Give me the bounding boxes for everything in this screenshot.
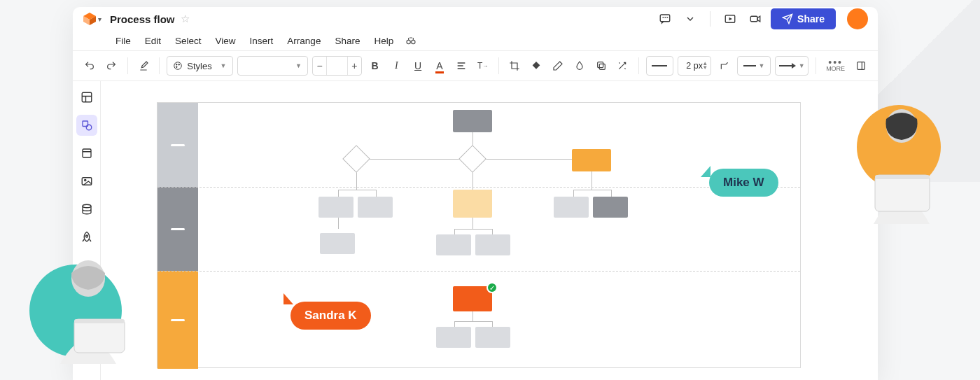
shape-process[interactable]: [593, 197, 628, 218]
svg-marker-20: [792, 63, 796, 69]
italic-button[interactable]: I: [388, 56, 405, 76]
star-icon[interactable]: ☆: [181, 13, 190, 25]
launch-panel-button[interactable]: [76, 227, 97, 248]
connector[interactable]: [592, 171, 592, 190]
shape-process[interactable]: [436, 234, 471, 255]
connector[interactable]: [454, 321, 455, 327]
menu-file[interactable]: File: [109, 34, 137, 48]
border-color-button[interactable]: [550, 56, 567, 76]
ellipsis-icon: •••: [828, 59, 843, 65]
shape-process[interactable]: [475, 234, 510, 255]
svg-rect-39: [875, 175, 930, 179]
shape-process-selected[interactable]: [453, 286, 492, 311]
divider: [710, 11, 710, 27]
canvas-area[interactable]: ✓ Sandra K Mike W: [101, 81, 878, 380]
arrow-start-dropdown[interactable]: ▼: [737, 56, 771, 76]
connector[interactable]: [611, 190, 612, 197]
text-style-button[interactable]: T→: [474, 56, 491, 76]
image-panel-button[interactable]: [76, 171, 97, 192]
app-logo[interactable]: ▾: [83, 12, 102, 26]
menu-edit[interactable]: Edit: [139, 34, 167, 48]
swimlane-header-3[interactable]: [158, 271, 198, 369]
share-button-label: Share: [797, 13, 825, 24]
connector[interactable]: [454, 229, 455, 234]
connector[interactable]: [338, 218, 339, 229]
menu-arrange[interactable]: Arrange: [281, 34, 327, 48]
undo-button[interactable]: [81, 56, 99, 76]
bold-button[interactable]: B: [366, 56, 384, 76]
menu-insert[interactable]: Insert: [244, 34, 280, 48]
magic-button[interactable]: [614, 56, 631, 76]
shape-decision[interactable]: [458, 145, 486, 173]
chevron-down-icon: ▼: [295, 62, 302, 69]
svg-point-9: [412, 40, 415, 43]
search-binoculars-icon[interactable]: [405, 35, 416, 46]
shape-process[interactable]: [436, 327, 471, 348]
menu-select[interactable]: Select: [169, 34, 208, 48]
menu-view[interactable]: View: [209, 34, 242, 48]
arrow-end-dropdown[interactable]: ▼: [775, 56, 808, 76]
menu-help[interactable]: Help: [368, 34, 400, 48]
data-panel-button[interactable]: [76, 199, 97, 220]
menubar: File Edit Select View Insert Arrange Sha…: [73, 31, 878, 50]
increase-button[interactable]: +: [348, 60, 361, 71]
swimlane-header-1[interactable]: [158, 103, 198, 187]
connector[interactable]: [492, 321, 493, 327]
shape-process[interactable]: [572, 149, 611, 171]
connector[interactable]: [454, 229, 492, 230]
connection-style-button[interactable]: [715, 56, 733, 76]
underline-button[interactable]: U: [410, 56, 427, 76]
decrease-button[interactable]: −: [313, 60, 326, 71]
connector[interactable]: [573, 190, 611, 190]
styles-dropdown[interactable]: Styles ▼: [167, 56, 232, 76]
shape-process[interactable]: [318, 197, 354, 218]
connector[interactable]: [472, 311, 473, 321]
font-color-button[interactable]: A: [431, 56, 449, 76]
history-chevron-icon[interactable]: [680, 9, 700, 29]
container-panel-button[interactable]: [76, 143, 97, 164]
connector[interactable]: [338, 190, 339, 197]
separator: [816, 57, 816, 74]
shape-process[interactable]: [554, 197, 589, 218]
more-button[interactable]: ••• MORE: [823, 59, 848, 72]
opacity-button[interactable]: [570, 56, 588, 76]
video-icon[interactable]: [746, 9, 765, 29]
effects-button[interactable]: [592, 56, 610, 76]
align-button[interactable]: [452, 56, 470, 76]
shape-process[interactable]: [358, 197, 393, 218]
present-icon[interactable]: [720, 9, 740, 29]
comment-icon[interactable]: [655, 9, 675, 29]
menu-share[interactable]: Share: [328, 34, 366, 48]
shape-process[interactable]: [453, 110, 492, 132]
connector[interactable]: [454, 321, 492, 322]
redo-button[interactable]: [103, 56, 120, 76]
avatar[interactable]: [847, 8, 868, 29]
crop-button[interactable]: [506, 56, 524, 76]
font-size-value[interactable]: [326, 57, 347, 75]
shape-process[interactable]: [475, 327, 510, 348]
font-size-stepper[interactable]: − +: [312, 56, 362, 76]
share-button[interactable]: Share: [771, 8, 836, 29]
connector[interactable]: [338, 190, 376, 190]
connector[interactable]: [376, 190, 377, 197]
document-title[interactable]: Process flow: [110, 13, 175, 25]
connector[interactable]: [472, 171, 473, 190]
font-family-dropdown[interactable]: ▼: [237, 56, 308, 76]
swimlane-header-2[interactable]: [158, 187, 198, 271]
shapes-panel-button[interactable]: [76, 115, 97, 136]
shape-process[interactable]: [320, 233, 355, 254]
line-style-dropdown[interactable]: [646, 56, 673, 76]
diagram-canvas[interactable]: ✓ Sandra K Mike W: [157, 102, 801, 368]
fill-color-button[interactable]: [528, 56, 545, 76]
shape-decision[interactable]: [342, 145, 370, 173]
layout-panel-button[interactable]: [76, 87, 97, 108]
connector[interactable]: [492, 229, 493, 234]
logo-cube-icon: [83, 12, 97, 26]
format-painter-button[interactable]: [135, 56, 153, 76]
titlebar: ▾ Process flow ☆ Share: [73, 7, 878, 31]
shape-process[interactable]: [453, 190, 492, 218]
panel-toggle-button[interactable]: [852, 56, 869, 76]
connector[interactable]: [472, 218, 473, 229]
connector[interactable]: [573, 190, 574, 197]
line-width-dropdown[interactable]: 2 px ▲▼: [678, 56, 711, 76]
